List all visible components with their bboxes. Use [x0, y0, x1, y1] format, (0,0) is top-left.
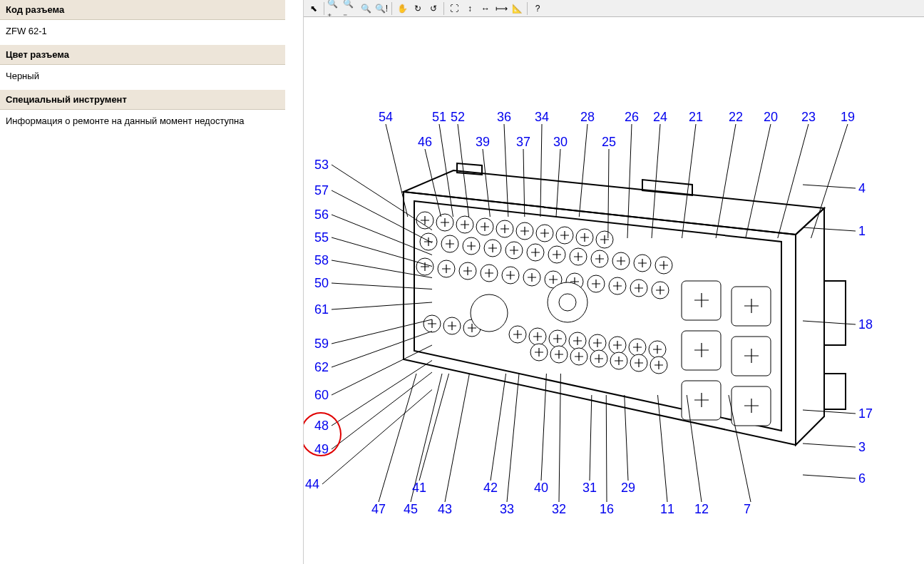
svg-line-91	[322, 390, 432, 485]
pin-callout-11[interactable]: 11	[660, 502, 674, 517]
svg-line-62	[439, 124, 453, 217]
pin-callout-31[interactable]: 31	[582, 481, 597, 496]
svg-line-72	[778, 124, 808, 238]
pin-callout-20[interactable]: 20	[764, 110, 778, 125]
repair-info-text: Информация о ремонте на данный момент не…	[0, 110, 285, 135]
pin-callout-58[interactable]: 58	[314, 253, 329, 268]
pin-callout-4[interactable]: 4	[858, 181, 866, 196]
zoom-out-icon[interactable]: 🔍₋	[343, 1, 357, 16]
pin-callout-6[interactable]: 6	[858, 471, 866, 486]
pin-callout-55[interactable]: 55	[314, 230, 329, 245]
connector-code-header: Код разъема	[0, 0, 285, 20]
pin-callout-45[interactable]: 45	[404, 502, 418, 517]
svg-line-92	[803, 185, 856, 188]
svg-line-77	[556, 149, 560, 217]
svg-line-98	[419, 374, 449, 481]
pin-callout-56[interactable]: 56	[314, 207, 329, 222]
dimension-icon[interactable]: 📐	[510, 1, 524, 16]
pin-callout-18[interactable]: 18	[858, 317, 873, 332]
pin-callout-37[interactable]: 37	[516, 135, 530, 150]
rotate-ccw-icon[interactable]: ↺	[426, 1, 441, 16]
pin-callout-23[interactable]: 23	[801, 110, 816, 125]
svg-point-58	[471, 294, 508, 332]
pin-callout-57[interactable]: 57	[314, 183, 329, 198]
svg-line-74	[425, 149, 441, 217]
pin-callout-62[interactable]: 62	[314, 360, 329, 375]
svg-line-65	[540, 124, 542, 217]
svg-line-96	[803, 443, 856, 447]
pin-callout-16[interactable]: 16	[600, 502, 614, 517]
pin-callout-47[interactable]: 47	[371, 502, 386, 517]
svg-line-86	[332, 319, 432, 344]
toolbar: ⬉🔍₊🔍₋🔍🔍!✋↻↺⛶↕↔⟼📐?	[304, 0, 924, 17]
info-sidebar: Код разъема ZFW 62-1 Цвет разъема Черный…	[0, 0, 285, 564]
svg-line-94	[803, 321, 856, 324]
rotate-cw-icon[interactable]: ↻	[411, 1, 425, 16]
pin-callout-3[interactable]: 3	[858, 440, 866, 455]
pin-callout-26[interactable]: 26	[625, 110, 639, 125]
svg-line-73	[811, 124, 848, 238]
svg-line-108	[606, 395, 607, 502]
pin-callout-53[interactable]: 53	[314, 158, 329, 173]
pin-callout-22[interactable]: 22	[729, 110, 743, 125]
pin-callout-50[interactable]: 50	[314, 276, 329, 291]
svg-line-101	[590, 395, 592, 481]
pin-callout-51[interactable]: 51	[432, 110, 446, 125]
svg-line-95	[803, 410, 856, 414]
fit-height-icon[interactable]: ↕	[463, 1, 477, 16]
pin-callout-40[interactable]: 40	[534, 481, 548, 496]
main-area: ⬉🔍₊🔍₋🔍🔍!✋↻↺⛶↕↔⟼📐?	[303, 0, 924, 564]
pin-callout-21[interactable]: 21	[689, 110, 703, 125]
svg-line-90	[332, 372, 432, 449]
svg-line-69	[682, 124, 697, 238]
svg-line-105	[445, 374, 469, 502]
connector-color-value: Черный	[0, 65, 285, 90]
pin-callout-34[interactable]: 34	[535, 110, 549, 125]
pin-callout-12[interactable]: 12	[694, 502, 709, 517]
pin-callout-25[interactable]: 25	[602, 135, 616, 150]
svg-line-70	[716, 124, 736, 238]
connector-code-value: ZFW 62-1	[0, 20, 285, 45]
zoom-in-icon[interactable]: 🔍₊	[327, 1, 342, 16]
pin-callout-46[interactable]: 46	[418, 135, 432, 150]
pointer-icon[interactable]: ⬉	[307, 1, 321, 16]
pin-callout-39[interactable]: 39	[476, 135, 490, 150]
pin-callout-59[interactable]: 59	[314, 337, 329, 352]
svg-line-106	[507, 374, 519, 502]
pin-callout-41[interactable]: 41	[412, 481, 426, 496]
measure-icon[interactable]: ⟼	[494, 1, 508, 16]
svg-line-61	[386, 124, 408, 217]
svg-line-76	[523, 149, 525, 217]
pin-callout-36[interactable]: 36	[497, 110, 511, 125]
zoom-icon[interactable]: 🔍	[359, 1, 373, 16]
pin-callout-32[interactable]: 32	[552, 502, 566, 517]
pin-callout-42[interactable]: 42	[483, 481, 498, 496]
pin-callout-54[interactable]: 54	[379, 110, 393, 125]
svg-line-99	[491, 374, 506, 481]
pin-callout-48[interactable]: 48	[314, 419, 329, 434]
pin-callout-43[interactable]: 43	[438, 502, 452, 517]
pin-callout-44[interactable]: 44	[305, 477, 319, 492]
pin-callout-1[interactable]: 1	[858, 224, 866, 239]
pin-callout-19[interactable]: 19	[841, 110, 855, 125]
pin-callout-49[interactable]: 49	[314, 442, 329, 457]
pin-callout-24[interactable]: 24	[653, 110, 667, 125]
pin-callout-29[interactable]: 29	[621, 481, 635, 496]
pin-callout-28[interactable]: 28	[580, 110, 595, 125]
help-icon[interactable]: ?	[530, 1, 545, 16]
pin-callout-33[interactable]: 33	[500, 502, 514, 517]
pin-callout-30[interactable]: 30	[553, 135, 568, 150]
pin-callout-17[interactable]: 17	[858, 406, 873, 421]
svg-line-85	[332, 302, 432, 309]
fit-width-icon[interactable]: ↔	[478, 1, 493, 16]
diagram-viewport[interactable]: 5451523634282624212220231946393730255357…	[304, 17, 924, 564]
connector-diagram	[304, 17, 924, 564]
pin-callout-7[interactable]: 7	[744, 502, 751, 517]
pin-callout-52[interactable]: 52	[451, 110, 465, 125]
svg-line-97	[803, 475, 856, 478]
pan-icon[interactable]: ✋	[395, 1, 409, 16]
pin-callout-60[interactable]: 60	[314, 388, 329, 403]
zoom-reset-icon[interactable]: 🔍!	[374, 1, 389, 16]
pin-callout-61[interactable]: 61	[314, 302, 329, 317]
fit-window-icon[interactable]: ⛶	[447, 1, 461, 16]
